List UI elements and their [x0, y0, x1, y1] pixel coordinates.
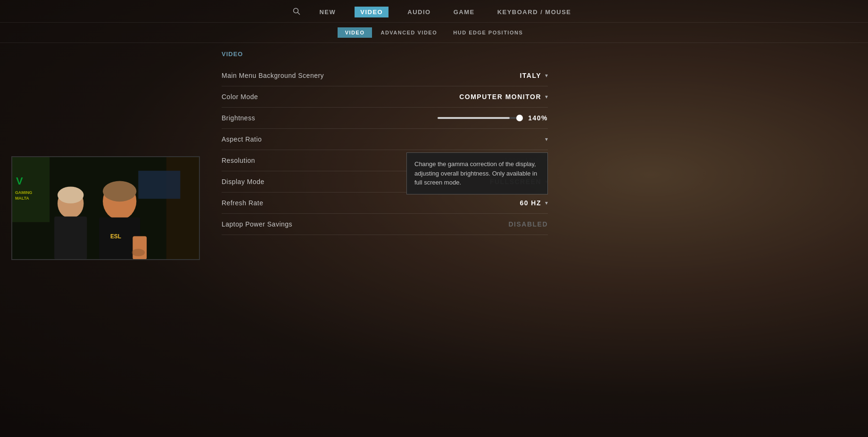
- svg-point-14: [132, 249, 145, 256]
- refresh-rate-label: Refresh Rate: [222, 199, 263, 207]
- laptop-power-label: Laptop Power Savings: [222, 220, 292, 228]
- nav-item-audio[interactable]: AUDIO: [404, 7, 434, 17]
- subnav-advanced-video[interactable]: ADVANCED VIDEO: [373, 27, 445, 38]
- setting-row-scenery[interactable]: Main Menu Background Scenery ITALY ▾: [222, 65, 548, 86]
- svg-text:V: V: [16, 176, 23, 187]
- brightness-slider-container: 140%: [438, 114, 548, 122]
- scenery-chevron-icon: ▾: [545, 72, 548, 79]
- laptop-power-value: DISABLED: [508, 220, 548, 228]
- svg-line-1: [298, 12, 300, 14]
- nav-item-new[interactable]: NEW: [315, 7, 339, 17]
- scenery-value[interactable]: ITALY ▾: [520, 72, 548, 79]
- scenery-text: ITALY: [520, 72, 541, 79]
- color-mode-value[interactable]: COMPUTER MONITOR ▾: [459, 93, 548, 101]
- top-nav: NEW VIDEO AUDIO GAME KEYBOARD / MOUSE: [0, 0, 868, 23]
- setting-row-laptop-power: Laptop Power Savings DISABLED: [222, 214, 548, 235]
- nav-item-game[interactable]: GAME: [450, 7, 479, 17]
- search-icon[interactable]: [293, 8, 300, 17]
- setting-row-brightness: Brightness 140%: [222, 108, 548, 129]
- brightness-slider-fill: [438, 117, 510, 119]
- laptop-power-text: DISABLED: [508, 220, 548, 228]
- subnav-hud-edge-positions[interactable]: HUD EDGE POSITIONS: [446, 27, 530, 38]
- refresh-rate-chevron-icon: ▾: [545, 200, 548, 206]
- brightness-slider-track[interactable]: [438, 117, 522, 119]
- refresh-rate-text: 60 HZ: [520, 199, 541, 207]
- aspect-ratio-value[interactable]: ▾: [541, 136, 548, 143]
- svg-text:ESL: ESL: [110, 233, 121, 240]
- setting-row-aspect-ratio[interactable]: Aspect Ratio ▾ Change the gamma correcti…: [222, 129, 548, 150]
- svg-point-7: [58, 186, 83, 203]
- svg-rect-8: [54, 217, 87, 259]
- svg-text:MALTA: MALTA: [15, 196, 29, 201]
- display-mode-label: Display Mode: [222, 178, 265, 185]
- scenery-label: Main Menu Background Scenery: [222, 72, 324, 79]
- resolution-label: Resolution: [222, 157, 255, 164]
- svg-text:GAMING: GAMING: [15, 190, 33, 195]
- svg-point-10: [103, 181, 136, 202]
- brightness-value-text: 140%: [528, 114, 548, 122]
- nav-item-video[interactable]: VIDEO: [355, 7, 389, 17]
- subnav-video[interactable]: VIDEO: [338, 27, 372, 38]
- aspect-ratio-label: Aspect Ratio: [222, 135, 262, 143]
- preview-image: ESL V GAMING MALTA: [11, 156, 200, 260]
- color-mode-chevron-icon: ▾: [545, 93, 548, 100]
- color-mode-label: Color Mode: [222, 93, 258, 101]
- tooltip-text: Change the gamma correction of the displ…: [414, 160, 537, 186]
- main-layout: ESL V GAMING MALTA Video Main Menu Backg: [0, 43, 868, 437]
- brightness-slider-thumb[interactable]: [516, 115, 523, 121]
- aspect-ratio-chevron-icon: ▾: [545, 136, 548, 143]
- left-panel: ESL V GAMING MALTA: [0, 43, 212, 437]
- svg-rect-3: [12, 157, 50, 222]
- color-mode-text: COMPUTER MONITOR: [459, 93, 541, 101]
- settings-panel: Video Main Menu Background Scenery ITALY…: [212, 43, 570, 437]
- setting-row-refresh-rate[interactable]: Refresh Rate 60 HZ ▾: [222, 193, 548, 214]
- nav-item-keyboard-mouse[interactable]: KEYBOARD / MOUSE: [494, 7, 575, 17]
- brightness-label: Brightness: [222, 114, 255, 122]
- photo-background: ESL V GAMING MALTA: [12, 157, 199, 259]
- sub-nav: VIDEO ADVANCED VIDEO HUD EDGE POSITIONS: [0, 23, 868, 43]
- refresh-rate-value[interactable]: 60 HZ ▾: [520, 199, 548, 207]
- setting-row-color-mode[interactable]: Color Mode COMPUTER MONITOR ▾: [222, 86, 548, 108]
- svg-rect-5: [138, 171, 180, 199]
- brightness-tooltip: Change the gamma correction of the displ…: [406, 152, 548, 194]
- section-title: Video: [222, 50, 548, 58]
